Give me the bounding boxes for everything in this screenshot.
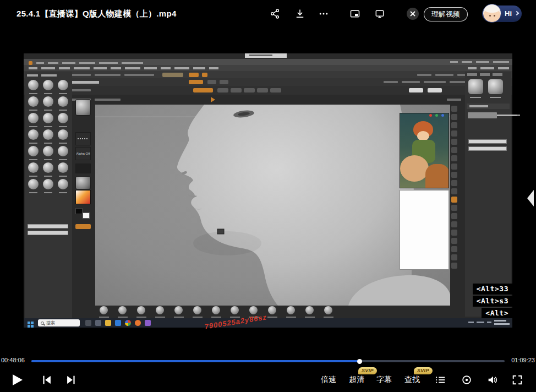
color-swatches[interactable] <box>75 208 91 220</box>
next-button[interactable] <box>65 374 77 386</box>
taskbar-clock <box>494 320 510 325</box>
left-shelf: Alpha Off <box>74 96 93 251</box>
blank-reference-panel <box>400 190 449 270</box>
quality-button[interactable]: 超清 <box>349 375 364 385</box>
download-icon[interactable] <box>293 7 307 21</box>
assistant-button[interactable]: Hi <box>482 6 522 22</box>
progress-fill <box>31 360 359 362</box>
zbrush-menubar <box>24 65 512 71</box>
reference-color-dots <box>429 114 444 117</box>
current-time: 00:48:06 <box>1 357 25 363</box>
expand-arrow-icon[interactable] <box>526 189 535 209</box>
volume-icon[interactable] <box>486 373 499 386</box>
close-icon[interactable] <box>407 8 419 20</box>
player: 25.4.1【直播课】Q版人物建模（上）.mp4 理解视频 Hi <box>0 0 536 392</box>
alpha-selector[interactable]: Alpha Off <box>75 147 91 160</box>
subtool-header <box>467 104 510 109</box>
hotkey-overlay-2: <Alt>s3 <box>473 296 512 307</box>
material-selector[interactable] <box>75 176 91 189</box>
windows-start-icon[interactable] <box>28 320 34 330</box>
understand-video-button[interactable]: 理解视频 <box>424 7 468 21</box>
color-picker[interactable] <box>75 190 91 204</box>
total-time: 01:09:23 <box>511 357 535 363</box>
tool-thumbnails <box>465 78 511 101</box>
miniplayer-icon[interactable] <box>348 7 362 21</box>
play-button[interactable] <box>10 373 24 387</box>
zbrush-window-tab <box>245 53 287 58</box>
video-area[interactable]: Alpha Off <Alt>3 <box>24 53 512 328</box>
subtool-list <box>465 112 511 124</box>
quality-svip-badge: SVIP <box>358 367 377 374</box>
progress-knob[interactable] <box>357 359 362 364</box>
video-title: 25.4.1【直播课】Q版人物建模（上）.mp4 <box>17 9 177 19</box>
more-icon[interactable] <box>316 7 331 21</box>
progress-bar[interactable] <box>31 360 505 362</box>
alpha-label: Alpha Off <box>76 152 90 155</box>
hotkey-overlay-3: <Alt> <box>482 308 512 319</box>
canvas-tool-column <box>451 106 458 271</box>
record-icon[interactable] <box>460 373 473 386</box>
avatar <box>483 4 501 23</box>
taskbar-tray <box>468 320 510 325</box>
share-icon[interactable] <box>268 7 282 21</box>
fullscreen-icon[interactable] <box>511 373 524 386</box>
brush-thumbnails <box>25 79 72 194</box>
cast-icon[interactable] <box>373 7 387 21</box>
taskbar-app-icons[interactable] <box>85 320 151 326</box>
find-svip-badge: SVIP <box>414 367 433 374</box>
search-label: 搜索 <box>46 321 55 325</box>
zbrush-toolbar-2 <box>24 78 512 86</box>
subtitle-button[interactable]: 字幕 <box>376 375 392 385</box>
search-icon <box>41 322 44 325</box>
hotkey-overlay-1: <Alt>33 <box>473 284 512 295</box>
texture-selector[interactable] <box>75 164 91 173</box>
playlist-icon[interactable] <box>434 373 447 386</box>
edit-toggle[interactable] <box>75 224 91 229</box>
chevron-right-icon <box>515 11 519 15</box>
zbrush-toolbar-1 <box>24 71 512 78</box>
reference-image <box>400 113 449 188</box>
previous-button[interactable] <box>41 374 53 386</box>
sculpt-model <box>95 105 450 306</box>
speed-button[interactable]: 倍速 <box>321 375 336 385</box>
zbrush-canvas[interactable] <box>95 105 450 306</box>
windows-taskbar: 搜索 <box>24 318 512 328</box>
stroke-selector[interactable] <box>75 132 91 145</box>
subtool-panel <box>465 72 511 317</box>
taskbar-search[interactable]: 搜索 <box>38 319 80 326</box>
current-brush-thumb[interactable] <box>75 99 91 116</box>
hi-label: Hi <box>505 9 512 18</box>
zbrush-canvas-header <box>24 95 512 104</box>
brush-palette <box>25 72 72 318</box>
brush-quickbar <box>95 306 370 318</box>
zbrush-toolbar-3 <box>24 86 512 95</box>
find-button[interactable]: 查找 <box>404 375 420 385</box>
zbrush-titlebar <box>24 59 512 65</box>
